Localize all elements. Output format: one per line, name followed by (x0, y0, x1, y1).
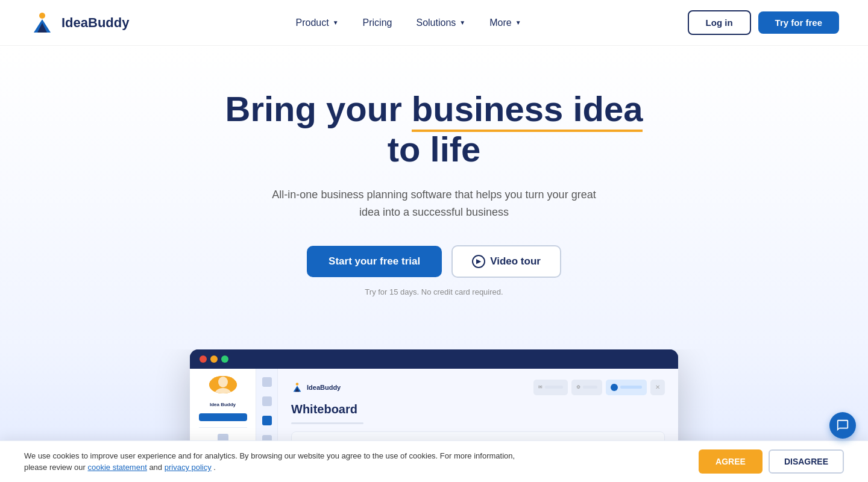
cookie-buttons: AGREE DISAGREE (699, 449, 844, 474)
hero-buttons: Start your free trial ▶ Video tour (307, 245, 561, 278)
nav-solutions[interactable]: Solutions ▼ (406, 13, 475, 33)
tool-btn-close: ✕ (650, 380, 665, 395)
app-main-tools: ✉ ⚙ ✕ (533, 380, 665, 395)
chat-icon (836, 419, 849, 432)
tool-btn-users (606, 380, 647, 395)
chevron-down-icon: ▼ (459, 19, 465, 26)
play-icon: ▶ (472, 255, 485, 268)
avatar-image (209, 376, 237, 394)
sidebar-button (199, 413, 247, 421)
nav-pricing[interactable]: Pricing (353, 13, 402, 33)
sidebar-label: Idea Buddy (210, 402, 236, 407)
hero-note: Try for 15 days. No credit card required… (365, 287, 503, 296)
app-main-header: IdeaBuddy ✉ ⚙ (291, 380, 665, 395)
cookie-statement-link[interactable]: cookie statement (88, 463, 147, 472)
panel-icon (262, 377, 272, 387)
window-minimize-dot (210, 355, 218, 363)
nav-actions: Log in Try for free (688, 10, 839, 35)
try-free-button[interactable]: Try for free (758, 11, 839, 34)
navbar: IdeaBuddy Product ▼ Pricing Solutions ▼ … (0, 0, 868, 46)
window-close-dot (200, 355, 207, 363)
cookie-disagree-button[interactable]: DISAGREE (769, 449, 844, 474)
app-frame-bar (190, 349, 678, 369)
cookie-banner: We use cookies to improve user experienc… (0, 440, 868, 482)
whiteboard-underline (291, 422, 363, 424)
nav-more[interactable]: More ▼ (480, 13, 530, 33)
app-logo-text: IdeaBuddy (307, 384, 341, 391)
sidebar-divider (199, 427, 247, 428)
svg-point-24 (296, 383, 299, 386)
hero-section: Bring your business idea to life All-in-… (0, 46, 868, 349)
start-trial-button[interactable]: Start your free trial (307, 246, 442, 277)
logo-icon (29, 10, 55, 36)
cookie-text: We use cookies to improve user experienc… (24, 450, 518, 474)
sidebar-avatar (209, 376, 237, 394)
panel-icon-active (262, 416, 272, 425)
nav-links: Product ▼ Pricing Solutions ▼ More ▼ (286, 13, 531, 33)
logo[interactable]: IdeaBuddy (29, 10, 129, 36)
svg-point-22 (218, 377, 228, 387)
hero-title: Bring your business idea to life (205, 89, 663, 169)
video-tour-button[interactable]: ▶ Video tour (451, 245, 561, 278)
whiteboard-title: Whiteboard (291, 402, 665, 416)
cookie-agree-button[interactable]: AGREE (699, 449, 763, 474)
hero-subtitle: All-in-one business planning software th… (265, 186, 603, 221)
tool-btn-mail: ✉ (533, 380, 568, 395)
nav-product[interactable]: Product ▼ (286, 13, 348, 33)
chevron-down-icon: ▼ (333, 19, 339, 26)
tool-btn-settings: ⚙ (571, 380, 602, 395)
window-maximize-dot (221, 355, 228, 363)
svg-point-0 (39, 13, 45, 19)
chat-bubble-button[interactable] (829, 412, 856, 439)
app-logo-icon (291, 381, 303, 393)
panel-icon (262, 396, 272, 406)
privacy-policy-link[interactable]: privacy policy (165, 463, 212, 472)
chevron-down-icon: ▼ (515, 19, 521, 26)
login-button[interactable]: Log in (688, 10, 751, 35)
logo-text: IdeaBuddy (61, 15, 129, 31)
